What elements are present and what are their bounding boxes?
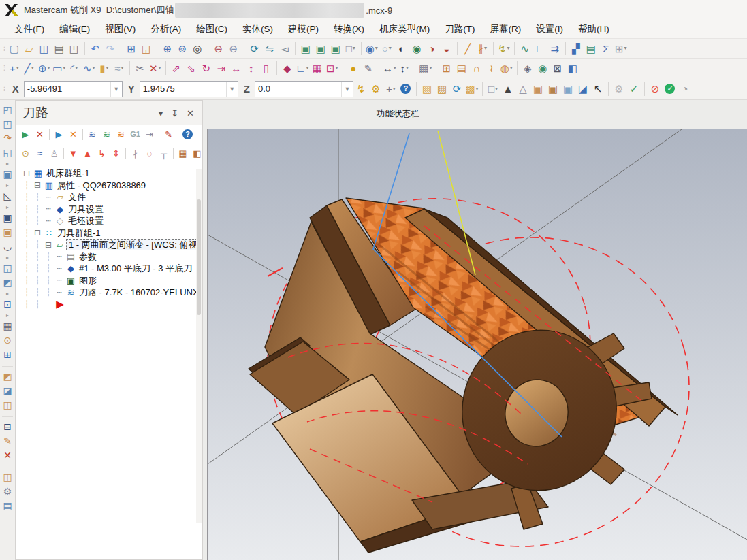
pattern-grid-icon[interactable]: ▦ xyxy=(310,61,325,76)
shade-edges-icon[interactable]: ◑ xyxy=(424,41,439,56)
shade-off-icon[interactable]: ◐ xyxy=(394,41,409,56)
xform-stretch-icon[interactable]: ↕ xyxy=(244,61,259,76)
clip-plane-icon[interactable]: ↯▾ xyxy=(496,41,511,56)
print-preview-icon[interactable]: ◳ xyxy=(67,41,82,56)
autocursor-settings-icon[interactable]: ⚙ xyxy=(368,82,383,97)
menu-help[interactable]: 帮助(H) xyxy=(571,21,617,37)
cancel-selection-icon[interactable]: ⊘ xyxy=(648,82,663,97)
dock-delete-x-icon[interactable]: ✕ xyxy=(1,448,14,462)
dock-lift-solid-icon[interactable]: ◱ xyxy=(1,146,14,159)
menu-xform[interactable]: 转换(X) xyxy=(326,21,372,37)
dynamic-rotate-icon[interactable]: ⟳ xyxy=(247,41,262,56)
menu-settings[interactable]: 设置(I) xyxy=(528,21,571,37)
dock-flyout-icon[interactable]: ▸ xyxy=(1,254,14,261)
dock-flyout-icon[interactable]: ▸ xyxy=(1,203,14,210)
xform-mirror-icon[interactable]: ▯ xyxy=(259,61,274,76)
create-spline-icon[interactable]: ∿▾ xyxy=(82,61,97,76)
select-hatch-solid-icon[interactable]: ▨ xyxy=(434,82,449,97)
iso-view-icon[interactable]: ▣ xyxy=(298,41,313,56)
dock-solid-corner-icon[interactable]: ◩ xyxy=(1,276,14,289)
analyze-entity-icon[interactable]: ∿ xyxy=(518,41,533,56)
dim-vertical-icon[interactable]: ↕▾ xyxy=(397,61,412,76)
dock-flyout-icon[interactable]: ▸ xyxy=(1,182,14,188)
dock-book-pencil-icon[interactable]: ✎ xyxy=(1,434,14,448)
display-assoc-icon[interactable]: ◌ xyxy=(142,147,157,161)
axis-break-icon[interactable]: ∟▾ xyxy=(295,61,310,76)
menu-analyze[interactable]: 分析(A) xyxy=(143,21,189,37)
move-up-icon[interactable]: ▲ xyxy=(80,147,95,161)
pick-solid-face-icon[interactable]: ▣ xyxy=(545,82,560,97)
regen-invalid-icon[interactable]: ✕ xyxy=(66,128,80,142)
x-dropdown-icon[interactable]: ▼ xyxy=(110,82,122,97)
surface-loft-icon[interactable]: ◍▾ xyxy=(499,61,514,76)
toolpath-options-icon[interactable]: ≋ xyxy=(114,128,128,142)
select-rotate-icon[interactable]: ⟳ xyxy=(449,82,464,97)
regen-selected-icon[interactable]: ▶ xyxy=(52,128,66,142)
surface-net-icon[interactable]: ⊞ xyxy=(439,61,454,76)
xform-scale-icon[interactable]: ↔ xyxy=(229,61,244,76)
menu-create[interactable]: 绘图(C) xyxy=(189,21,235,37)
dock-grid-panel-icon[interactable]: ⊞ xyxy=(1,348,14,361)
menu-model[interactable]: 建模(P) xyxy=(281,21,326,37)
gview-wcs-icon[interactable]: ◉▾ xyxy=(364,41,379,56)
toolpath-verify-sel-icon[interactable]: ≋ xyxy=(99,128,114,142)
dock-gear-box-icon[interactable]: ⚙ xyxy=(1,484,14,498)
select-window-icon[interactable]: □▾ xyxy=(486,82,500,97)
new-file-icon[interactable]: ▢ xyxy=(7,41,22,56)
dock-solid-tan-icon[interactable]: ▣ xyxy=(1,225,14,239)
pick-solid-body-icon[interactable]: ▣ xyxy=(530,82,545,97)
scroll-insert-icon[interactable]: ⇕ xyxy=(109,147,123,161)
xform-dynamic-icon[interactable]: ◆ xyxy=(280,61,295,76)
create-circle-icon[interactable]: ⊕▾ xyxy=(37,61,52,76)
graphics-viewport[interactable] xyxy=(208,129,747,560)
zoom-selected-icon[interactable]: ◎ xyxy=(190,41,205,56)
sigma-sum-icon[interactable]: Σ xyxy=(599,41,614,56)
gnomon-icon[interactable]: +▾ xyxy=(383,82,398,97)
xform-copy-icon[interactable]: ⇘ xyxy=(184,61,199,76)
solid-boolean-icon[interactable]: ⊠ xyxy=(550,61,565,76)
create-surface-icon[interactable]: ≈▾ xyxy=(112,61,127,76)
accept-selection-icon[interactable]: ✓ xyxy=(663,82,678,97)
dock-flyout-icon[interactable]: ▸ xyxy=(1,312,14,318)
planes-sphere-icon[interactable]: ○▾ xyxy=(379,41,394,56)
analyze-dimension-icon[interactable]: ∟ xyxy=(533,41,547,56)
panel-scrollbar[interactable] xyxy=(196,169,202,523)
tree-node-geometry[interactable]: ┆┆┆┄▣图形 xyxy=(16,275,202,287)
menu-view[interactable]: 视图(V) xyxy=(97,21,143,37)
z-dropdown-icon[interactable]: ▼ xyxy=(341,82,353,97)
report-icon[interactable]: ▤ xyxy=(584,41,599,56)
gear-disabled-icon[interactable]: ⚙ xyxy=(611,82,626,97)
dock-rubik-icon[interactable]: ▦ xyxy=(1,319,14,333)
dock-rotate-solid-icon[interactable]: ◳ xyxy=(1,117,14,131)
create-note-icon[interactable]: ✎ xyxy=(361,61,376,76)
pick-solid-edge-icon[interactable]: ▣ xyxy=(560,82,575,97)
move-insert-icon[interactable]: ↳ xyxy=(95,147,109,161)
dock-eye-icon[interactable]: ◡ xyxy=(1,240,14,253)
pan-view-icon[interactable]: ◅ xyxy=(277,41,292,56)
undo-icon[interactable]: ↶ xyxy=(88,41,103,56)
dock-select-corner-icon[interactable]: ◩ xyxy=(2,366,13,383)
create-cylinder-icon[interactable]: ▮▾ xyxy=(97,61,112,76)
panel-scrollbar-thumb[interactable] xyxy=(197,199,201,315)
dock-solid-box-icon[interactable]: ▣ xyxy=(1,167,14,181)
menu-machine-type[interactable]: 机床类型(M) xyxy=(372,21,437,37)
open-file-icon[interactable]: ▱ xyxy=(22,41,37,56)
shade-on-icon[interactable]: ◉ xyxy=(409,41,424,56)
display-options-icon[interactable]: ┬ xyxy=(157,147,171,161)
solid-shell-icon[interactable]: ◉ xyxy=(535,61,550,76)
menu-screen[interactable]: 屏幕(R) xyxy=(483,21,529,37)
move-down-icon[interactable]: ▼ xyxy=(66,147,80,161)
create-point-icon[interactable]: +▾ xyxy=(7,61,22,76)
analyze-chain-icon[interactable]: ⇉ xyxy=(547,41,562,56)
clipped-icon[interactable]: ◔ xyxy=(678,82,693,97)
surface-revolve-icon[interactable]: ∩ xyxy=(469,61,484,76)
trim-partial-icon[interactable]: ◧ xyxy=(190,147,202,161)
print-icon[interactable]: ▤ xyxy=(52,41,67,56)
menu-solids[interactable]: 实体(S) xyxy=(235,21,281,37)
shade-translucent-icon[interactable]: ◒ xyxy=(439,41,454,56)
dock-flyout-icon[interactable]: ▸ xyxy=(1,290,14,297)
hatch-icon[interactable]: ▩▾ xyxy=(418,61,433,76)
menu-edit[interactable]: 编辑(E) xyxy=(52,21,97,37)
xform-project-icon[interactable]: ⇥ xyxy=(214,61,229,76)
create-fillet-icon[interactable]: ◜▾ xyxy=(67,61,82,76)
